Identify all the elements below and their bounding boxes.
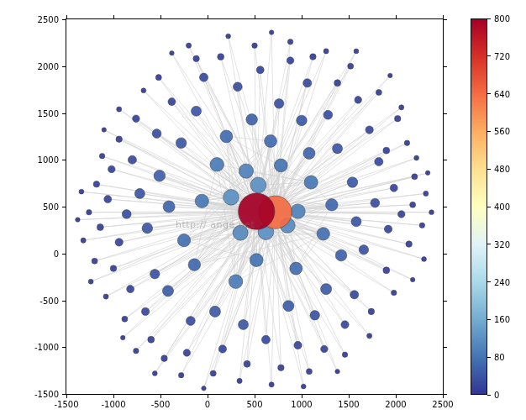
y-tick-mark — [444, 19, 447, 20]
x-tick-mark — [396, 15, 397, 18]
y-tick-mark — [62, 113, 66, 114]
x-tick-mark — [160, 395, 161, 398]
colorbar-tick-label: 80 — [494, 353, 505, 362]
y-tick-mark — [444, 113, 447, 114]
node — [323, 110, 333, 119]
node — [388, 73, 392, 77]
node — [102, 128, 106, 132]
x-tick-mark — [443, 15, 444, 18]
x-tick-label: -1000 — [101, 400, 125, 409]
node — [127, 286, 134, 293]
node — [303, 147, 315, 159]
figure: http:// ange.net -1500-1000-500050010001… — [0, 0, 526, 420]
node — [195, 194, 208, 207]
node — [220, 130, 233, 143]
node — [188, 259, 201, 271]
node — [383, 147, 390, 154]
node — [335, 249, 347, 261]
node — [301, 384, 306, 389]
node — [410, 277, 414, 281]
colorbar-tick-label: 560 — [494, 127, 510, 136]
x-tick-mark — [349, 15, 350, 18]
y-tick-mark — [444, 347, 447, 348]
colorbar-tick-label: 160 — [494, 315, 510, 324]
node — [397, 211, 405, 218]
x-tick-mark — [113, 395, 114, 398]
node — [274, 159, 287, 172]
y-tick-label: 0 — [32, 249, 59, 258]
node — [394, 115, 401, 122]
colorbar-tick-mark — [487, 357, 491, 358]
node — [209, 306, 220, 317]
node — [117, 107, 122, 112]
node — [317, 228, 329, 240]
node — [134, 188, 145, 198]
x-tick-label: 1500 — [338, 400, 359, 409]
x-tick-label: 0 — [205, 400, 210, 409]
x-tick-mark — [113, 15, 114, 18]
node — [133, 115, 140, 123]
edge — [276, 66, 351, 213]
y-tick-mark — [62, 301, 66, 302]
node — [310, 311, 319, 320]
node — [120, 335, 124, 339]
node — [199, 73, 208, 81]
node — [87, 209, 92, 214]
node — [192, 106, 202, 116]
node — [287, 57, 294, 65]
node — [355, 97, 362, 104]
node-layer — [76, 30, 434, 391]
colorbar-tick-mark — [487, 169, 491, 170]
node — [183, 349, 191, 357]
node — [81, 238, 86, 243]
node — [265, 134, 277, 147]
x-tick-label: -500 — [151, 400, 171, 409]
y-tick-mark — [62, 66, 66, 67]
node — [233, 225, 248, 240]
node — [229, 275, 243, 289]
node — [97, 224, 103, 231]
node — [341, 321, 349, 328]
node — [366, 126, 373, 134]
node — [176, 138, 187, 149]
node — [141, 88, 146, 93]
x-tick-mark — [208, 15, 208, 18]
colorbar-tick-label: 240 — [494, 277, 510, 286]
node — [161, 355, 168, 362]
x-tick-mark — [396, 395, 397, 398]
node — [108, 165, 115, 173]
x-tick-label: 2000 — [385, 400, 406, 409]
node — [321, 345, 329, 353]
node — [155, 75, 161, 81]
node — [376, 89, 381, 95]
x-tick-mark — [302, 15, 302, 18]
node — [375, 157, 383, 165]
x-tick-label: 1000 — [291, 400, 312, 409]
y-tick-mark — [62, 347, 66, 348]
node — [134, 348, 139, 353]
node — [244, 360, 250, 367]
node — [335, 370, 339, 374]
y-tick-mark — [444, 394, 447, 395]
y-tick-mark — [62, 394, 66, 395]
y-tick-mark — [444, 160, 447, 160]
node — [210, 370, 216, 376]
y-tick-mark — [62, 207, 66, 207]
node — [410, 202, 416, 207]
node — [261, 335, 270, 344]
y-tick-mark — [444, 254, 447, 255]
node — [359, 245, 368, 255]
y-tick-mark — [444, 207, 447, 207]
y-tick-label: -1000 — [32, 343, 59, 352]
colorbar-tick-mark — [487, 244, 491, 244]
node — [226, 34, 231, 39]
node — [287, 39, 292, 45]
node — [88, 279, 93, 284]
plot-svg — [66, 19, 443, 394]
node — [187, 43, 192, 48]
colorbar-tick-mark — [487, 281, 491, 282]
node — [425, 171, 429, 175]
node — [170, 50, 174, 55]
node — [412, 174, 418, 180]
edge — [276, 76, 391, 213]
